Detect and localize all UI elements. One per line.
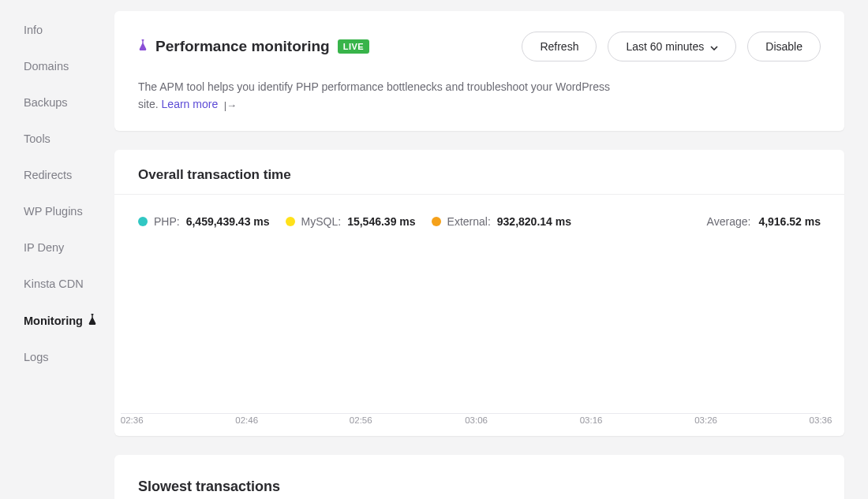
legend-item-mysql: MySQL: 15,546.39 ms: [286, 215, 416, 228]
legend-value: 932,820.14 ms: [497, 215, 571, 228]
header-description: The APM tool helps you identify PHP perf…: [138, 79, 627, 114]
sidebar-item-label: Logs: [24, 351, 48, 363]
x-tick-label: 03:16: [580, 415, 603, 425]
legend-value: 15,546.39 ms: [347, 215, 415, 228]
legend-average: Average: 4,916.52 ms: [707, 215, 821, 228]
refresh-button-label: Refresh: [540, 40, 578, 53]
legend-dot-php: [138, 217, 148, 226]
sidebar-item-label: Kinsta CDN: [24, 277, 84, 290]
legend-dot-mysql: [286, 217, 295, 226]
chart-legend: PHP: 6,459,439.43 ms MySQL: 15,546.39 ms…: [114, 195, 844, 228]
perf-header-card: Performance monitoring LIVE Refresh Last…: [114, 11, 844, 131]
page-title: Performance monitoring: [155, 38, 330, 55]
legend-label: Average:: [707, 215, 751, 228]
legend-value: 6,459,439.43 ms: [186, 215, 270, 228]
sidebar-item-label: IP Deny: [24, 241, 64, 254]
sidebar-item-wp-plugins[interactable]: WP Plugins: [24, 205, 114, 218]
sidebar-item-tools[interactable]: Tools: [24, 132, 114, 145]
x-tick-label: 03:26: [694, 415, 717, 425]
time-range-label: Last 60 minutes: [626, 40, 704, 53]
legend-item-php: PHP: 6,459,439.43 ms: [138, 215, 270, 228]
transaction-time-chart: [121, 239, 821, 412]
x-tick-label: 03:06: [465, 415, 488, 425]
sidebar-item-monitoring[interactable]: Monitoring: [24, 314, 114, 327]
learn-more-link[interactable]: Learn more: [162, 98, 219, 110]
sidebar-item-domains[interactable]: Domains: [24, 60, 114, 73]
disable-button[interactable]: Disable: [747, 32, 821, 61]
slowest-title: Slowest transactions: [114, 455, 844, 499]
legend-item-external: External: 932,820.14 ms: [432, 215, 571, 228]
sidebar: Info Domains Backups Tools Redirects WP …: [0, 0, 114, 499]
sidebar-item-label: Info: [24, 24, 43, 36]
sidebar-item-backups[interactable]: Backups: [24, 96, 114, 109]
live-badge: LIVE: [338, 39, 369, 54]
legend-label: External:: [447, 215, 491, 228]
chart-x-axis: [121, 413, 821, 414]
sidebar-item-kinsta-cdn[interactable]: Kinsta CDN: [24, 277, 114, 290]
sidebar-item-info[interactable]: Info: [24, 24, 114, 36]
flask-icon: [138, 39, 148, 54]
sidebar-item-label: Tools: [24, 132, 51, 145]
x-tick-label: 03:36: [810, 415, 832, 425]
sidebar-item-logs[interactable]: Logs: [24, 351, 114, 363]
sidebar-item-label: Monitoring: [24, 315, 83, 327]
disable-button-label: Disable: [765, 40, 803, 53]
chart-x-ticks: 02:3602:4602:5603:0603:1603:2603:36: [121, 415, 821, 426]
chart-title: Overall transaction time: [114, 150, 844, 195]
legend-label: MySQL:: [301, 215, 342, 228]
slowest-transactions-card: Slowest transactions: [114, 455, 844, 499]
chevron-down-icon: [710, 40, 718, 53]
flask-icon: [88, 314, 97, 327]
refresh-button[interactable]: Refresh: [522, 32, 597, 61]
transaction-time-card: Overall transaction time PHP: 6,459,439.…: [114, 150, 844, 436]
sidebar-item-label: WP Plugins: [24, 205, 83, 218]
sidebar-item-label: Redirects: [24, 169, 72, 181]
main-content: Performance monitoring LIVE Refresh Last…: [114, 0, 868, 499]
sidebar-item-redirects[interactable]: Redirects: [24, 169, 114, 181]
sidebar-item-label: Domains: [24, 60, 69, 73]
sidebar-item-label: Backups: [24, 96, 68, 109]
x-tick-label: 02:36: [121, 415, 144, 425]
external-link-icon: |→: [221, 98, 237, 114]
legend-label: PHP:: [154, 215, 180, 228]
sidebar-item-ip-deny[interactable]: IP Deny: [24, 241, 114, 254]
legend-value: 4,916.52 ms: [758, 215, 821, 228]
x-tick-label: 02:56: [350, 415, 372, 425]
x-tick-label: 02:46: [235, 415, 258, 425]
time-range-dropdown[interactable]: Last 60 minutes: [608, 32, 736, 61]
legend-dot-external: [432, 217, 441, 226]
